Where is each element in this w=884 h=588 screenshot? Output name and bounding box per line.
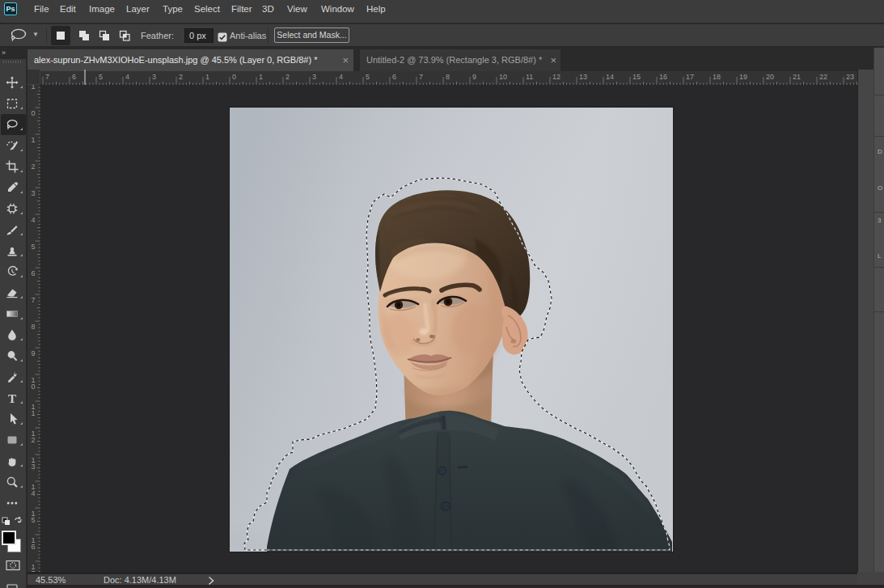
- svg-text:22: 22: [819, 73, 827, 81]
- svg-text:4: 4: [32, 489, 36, 497]
- svg-text:5: 5: [32, 516, 36, 524]
- svg-text:6: 6: [392, 73, 396, 81]
- svg-text:12: 12: [552, 73, 560, 81]
- svg-text:7: 7: [45, 73, 49, 81]
- svg-text:0: 0: [32, 109, 36, 117]
- svg-text:4: 4: [339, 73, 343, 81]
- svg-text:15: 15: [632, 73, 641, 81]
- svg-text:9: 9: [472, 73, 476, 81]
- svg-text:4: 4: [32, 216, 36, 224]
- svg-text:1: 1: [259, 73, 263, 81]
- svg-text:11: 11: [526, 73, 533, 81]
- svg-text:0: 0: [232, 73, 236, 81]
- svg-text:5: 5: [32, 243, 36, 251]
- svg-text:7: 7: [32, 296, 36, 304]
- svg-text:20: 20: [766, 73, 774, 81]
- svg-text:1: 1: [32, 409, 36, 417]
- svg-text:2: 2: [32, 436, 36, 444]
- svg-text:4: 4: [125, 73, 129, 81]
- svg-text:8: 8: [446, 73, 450, 81]
- svg-text:5: 5: [366, 73, 370, 81]
- svg-text:2: 2: [179, 73, 183, 81]
- svg-text:3: 3: [152, 73, 156, 81]
- svg-text:0: 0: [32, 383, 36, 391]
- svg-text:3: 3: [312, 73, 316, 81]
- svg-text:7: 7: [419, 73, 423, 81]
- svg-text:19: 19: [739, 73, 747, 81]
- svg-text:6: 6: [32, 269, 36, 277]
- svg-text:6: 6: [72, 73, 76, 81]
- svg-text:1: 1: [32, 136, 36, 144]
- svg-text:8: 8: [32, 323, 36, 331]
- svg-text:16: 16: [659, 73, 667, 81]
- svg-text:1: 1: [205, 73, 209, 81]
- svg-text:6: 6: [32, 543, 36, 551]
- svg-text:17: 17: [686, 73, 694, 81]
- svg-text:13: 13: [579, 73, 587, 81]
- svg-text:14: 14: [606, 73, 614, 81]
- svg-text:2: 2: [286, 73, 290, 81]
- svg-text:18: 18: [713, 73, 721, 81]
- svg-text:10: 10: [499, 73, 507, 81]
- svg-text:5: 5: [99, 73, 103, 81]
- svg-text:21: 21: [793, 73, 801, 81]
- svg-text:3: 3: [32, 463, 36, 471]
- svg-text:3: 3: [32, 189, 36, 197]
- svg-text:23: 23: [846, 73, 854, 81]
- svg-text:T: T: [8, 392, 16, 405]
- svg-text:2: 2: [32, 163, 36, 171]
- svg-text:9: 9: [32, 349, 36, 357]
